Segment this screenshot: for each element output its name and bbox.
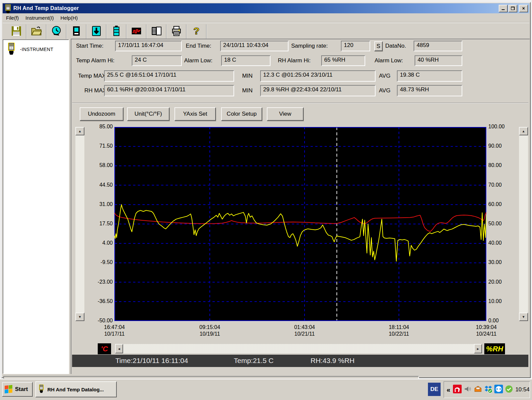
mail-icon[interactable] xyxy=(474,385,482,395)
menu-instrument[interactable]: Instrument(I) xyxy=(22,14,57,22)
right-axis-unit-badge: %RH xyxy=(484,343,505,354)
temp-avg-label: AVG xyxy=(379,73,391,79)
rh-max-field: 60.1 %RH @20:03:04 17/10/11 xyxy=(104,85,234,96)
save-icon xyxy=(11,26,22,38)
left-axis-tick-labels: 85.0071.5058.0044.5031.0017.504.00-9.50-… xyxy=(85,0,113,400)
save-button[interactable] xyxy=(9,24,24,39)
right-axis-tick-label: 80.00 xyxy=(488,162,502,168)
open-icon xyxy=(31,26,42,38)
datano-label: DataNo. xyxy=(385,43,406,49)
device-button[interactable] xyxy=(69,24,84,39)
end-time-label: End Time: xyxy=(186,43,211,49)
sampling-rate-field: 120 xyxy=(341,41,370,51)
x-axis-tick-label: 10:39:0410/24/11 xyxy=(476,324,497,337)
right-axis-tick-label: 30.00 xyxy=(488,259,502,265)
left-axis-tick-label: 85.00 xyxy=(99,124,113,130)
window-title: RH And Temp Datalogger xyxy=(13,5,79,11)
end-time-field: 24/10/11 10:43:04 xyxy=(220,41,289,51)
right-y-scrollbar[interactable]: ▲ ▼ xyxy=(519,127,528,321)
tree-item-instrument[interactable]: -INSTRUMENT xyxy=(3,40,68,56)
menu-bar: File(f) Instrument(I) Help(H) xyxy=(3,13,529,22)
left-axis-tick-label: 4.00 xyxy=(102,240,113,246)
right-axis-tick-label: 100.00 xyxy=(488,124,505,130)
app-icon xyxy=(5,4,11,12)
teamviewer-icon[interactable] xyxy=(494,385,503,395)
title-bar[interactable]: RH And Temp Datalogger × xyxy=(3,3,529,13)
right-axis-tick-label: 20.00 xyxy=(488,279,502,285)
x-axis-tick-label: 09:15:0410/19/11 xyxy=(199,324,220,337)
x-axis-tick-label: 16:47:0410/17/11 xyxy=(104,324,125,337)
tray-icons xyxy=(453,385,513,395)
help-button[interactable]: ? xyxy=(189,24,204,39)
right-axis-tick-label: 70.00 xyxy=(488,182,502,188)
temp-max-field: 25.5 C @16:51:04 17/10/11 xyxy=(104,70,234,82)
arrow-down-icon: ▼ xyxy=(78,315,82,319)
unit-button[interactable]: Unit(°C/°F) xyxy=(127,107,169,121)
rh-alarm-hi-label: RH Alarm Hi: xyxy=(278,57,311,64)
rh-min-field: 29.8 %RH @22:43:04 22/10/11 xyxy=(260,85,376,96)
toolbar-separator xyxy=(126,24,127,39)
close-icon: × xyxy=(522,6,525,11)
waveform-button[interactable] xyxy=(129,24,144,39)
chart-canvas[interactable] xyxy=(114,127,486,321)
view-button[interactable]: View xyxy=(267,107,304,121)
dropbox-icon[interactable] xyxy=(484,385,493,395)
toolbar: ? xyxy=(3,23,529,40)
readout-temp: Temp:21.5 C xyxy=(234,357,274,365)
left-axis-tick-label: 58.00 xyxy=(99,162,113,168)
toolbar-separator xyxy=(166,24,167,39)
right-axis-tick-label: 90.00 xyxy=(488,143,502,149)
menu-help[interactable]: Help(H) xyxy=(57,14,81,22)
x-axis-tick-label: 01:43:0410/21/11 xyxy=(294,324,315,337)
time-scrollbar[interactable]: ◄ ► xyxy=(115,344,482,353)
right-axis-tick-labels: 100.0090.0080.0070.0060.0050.0040.0030.0… xyxy=(488,0,518,400)
yaxis-set-button[interactable]: YAxis Set xyxy=(174,107,216,121)
left-axis-tick-label: -23.00 xyxy=(98,279,113,285)
volume-icon[interactable] xyxy=(463,385,472,395)
clock-button[interactable] xyxy=(49,24,64,39)
start-label: Start xyxy=(15,386,28,393)
skype-icon[interactable] xyxy=(505,385,513,395)
log-button[interactable] xyxy=(149,24,164,39)
tray-clock[interactable]: 10:54 xyxy=(515,386,530,393)
toolbar-separator xyxy=(26,24,27,39)
rh-min-label: MIN xyxy=(242,87,252,94)
readout-time: Time:21/10/11 16:11:04 xyxy=(115,357,188,365)
start-button[interactable]: Start xyxy=(2,382,33,397)
scroll-down-button[interactable]: ▼ xyxy=(519,313,528,321)
datalogger-icon xyxy=(38,384,44,395)
scroll-up-button[interactable]: ▲ xyxy=(75,127,84,135)
scroll-left-button[interactable]: ◄ xyxy=(115,344,123,353)
scroll-up-button[interactable]: ▲ xyxy=(519,127,528,135)
right-axis-tick-label: 10.00 xyxy=(488,298,502,304)
temp-alarm-low-field: 18 C xyxy=(221,55,271,66)
scroll-right-button[interactable]: ► xyxy=(474,344,482,353)
rh-alarm-low-field: 40 %RH xyxy=(415,55,462,66)
svg-text:?: ? xyxy=(193,26,199,36)
close-button[interactable]: × xyxy=(519,5,528,12)
menu-file[interactable]: File(f) xyxy=(3,14,22,22)
toolbar-separator xyxy=(206,24,207,39)
instrument-icon xyxy=(7,43,16,56)
toolbar-separator xyxy=(46,24,47,39)
left-y-scrollbar[interactable]: ▲ ▼ xyxy=(75,127,84,321)
taskbar-app-button[interactable]: RH And Temp Datalog... xyxy=(35,381,117,397)
s-button[interactable]: S xyxy=(374,41,383,51)
color-setup-button[interactable]: Color Setup xyxy=(221,107,262,121)
chart-plot-area[interactable] xyxy=(114,127,486,321)
right-axis-tick-label: 50.00 xyxy=(488,221,502,227)
print-button[interactable] xyxy=(169,24,184,39)
device-icon xyxy=(71,26,82,38)
toolbar-separator xyxy=(186,24,187,39)
taskbar-app-label: RH And Temp Datalog... xyxy=(47,387,104,392)
language-indicator[interactable]: DE xyxy=(428,383,441,396)
left-axis-tick-label: 31.00 xyxy=(99,201,113,207)
divider xyxy=(72,103,528,103)
avira-icon[interactable] xyxy=(453,385,462,395)
help-icon: ? xyxy=(191,26,202,38)
left-axis-tick-label: -36.50 xyxy=(98,298,113,304)
scroll-down-button[interactable]: ▼ xyxy=(75,313,84,321)
print-icon xyxy=(171,26,182,38)
open-button[interactable] xyxy=(29,24,44,39)
tray-expand-chevron[interactable]: « xyxy=(447,386,450,394)
